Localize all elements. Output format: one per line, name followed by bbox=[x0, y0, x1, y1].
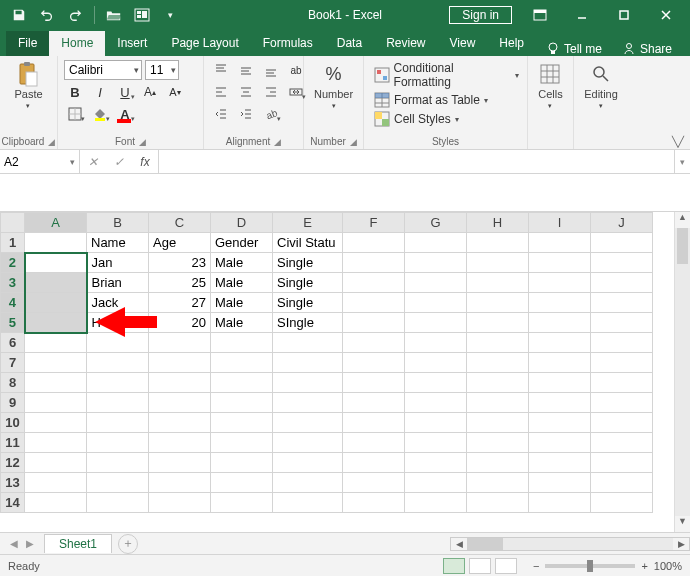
cell-G5[interactable] bbox=[405, 313, 467, 333]
cell-A6[interactable] bbox=[25, 333, 87, 353]
cell-F11[interactable] bbox=[343, 433, 405, 453]
hscroll-thumb[interactable] bbox=[467, 538, 503, 550]
scroll-down-icon[interactable]: ▼ bbox=[675, 516, 690, 532]
cell-I11[interactable] bbox=[529, 433, 591, 453]
enter-formula-icon[interactable]: ✓ bbox=[106, 155, 132, 169]
cell-E1[interactable]: Civil Statu bbox=[273, 233, 343, 253]
cell-H8[interactable] bbox=[467, 373, 529, 393]
decrease-font-icon[interactable]: A▾ bbox=[164, 82, 186, 102]
cell-D8[interactable] bbox=[211, 373, 273, 393]
cell-B7[interactable] bbox=[87, 353, 149, 373]
cell-F6[interactable] bbox=[343, 333, 405, 353]
cell-G3[interactable] bbox=[405, 273, 467, 293]
col-header-J[interactable]: J bbox=[591, 213, 653, 233]
align-middle-icon[interactable] bbox=[235, 60, 257, 80]
cell-A9[interactable] bbox=[25, 393, 87, 413]
cell-B11[interactable] bbox=[87, 433, 149, 453]
cell-H7[interactable] bbox=[467, 353, 529, 373]
cell-E2[interactable]: Single bbox=[273, 253, 343, 273]
row-header-5[interactable]: 5 bbox=[1, 313, 25, 333]
col-header-D[interactable]: D bbox=[211, 213, 273, 233]
conditional-formatting-button[interactable]: Conditional Formatting▾ bbox=[372, 60, 521, 90]
redo-icon[interactable] bbox=[64, 4, 86, 26]
preview-icon[interactable] bbox=[131, 4, 153, 26]
cell-A14[interactable] bbox=[25, 493, 87, 513]
cell-D12[interactable] bbox=[211, 453, 273, 473]
cell-F10[interactable] bbox=[343, 413, 405, 433]
fill-color-icon[interactable] bbox=[89, 104, 111, 124]
merge-center-icon[interactable] bbox=[285, 82, 307, 102]
cell-E9[interactable] bbox=[273, 393, 343, 413]
number-format-button[interactable]: % Number ▾ bbox=[310, 60, 357, 112]
cell-C1[interactable]: Age bbox=[149, 233, 211, 253]
row-header-2[interactable]: 2 bbox=[1, 253, 25, 273]
cell-A3[interactable] bbox=[25, 273, 87, 293]
cell-G12[interactable] bbox=[405, 453, 467, 473]
cell-B10[interactable] bbox=[87, 413, 149, 433]
cell-B14[interactable] bbox=[87, 493, 149, 513]
cell-E5[interactable]: SIngle bbox=[273, 313, 343, 333]
row-header-9[interactable]: 9 bbox=[1, 393, 25, 413]
name-box[interactable]: A2 bbox=[0, 150, 80, 173]
align-right-icon[interactable] bbox=[260, 82, 282, 102]
cell-E4[interactable]: Single bbox=[273, 293, 343, 313]
row-header-13[interactable]: 13 bbox=[1, 473, 25, 493]
cell-C8[interactable] bbox=[149, 373, 211, 393]
row-header-3[interactable]: 3 bbox=[1, 273, 25, 293]
cell-C9[interactable] bbox=[149, 393, 211, 413]
cell-J3[interactable] bbox=[591, 273, 653, 293]
cell-C13[interactable] bbox=[149, 473, 211, 493]
col-header-B[interactable]: B bbox=[87, 213, 149, 233]
cell-I3[interactable] bbox=[529, 273, 591, 293]
row-header-10[interactable]: 10 bbox=[1, 413, 25, 433]
cell-J7[interactable] bbox=[591, 353, 653, 373]
cell-A10[interactable] bbox=[25, 413, 87, 433]
cell-G9[interactable] bbox=[405, 393, 467, 413]
vscroll-thumb[interactable] bbox=[677, 228, 688, 264]
page-break-view-icon[interactable] bbox=[495, 558, 517, 574]
select-all-corner[interactable] bbox=[1, 213, 25, 233]
format-as-table-button[interactable]: Format as Table▾ bbox=[372, 91, 521, 109]
cell-I8[interactable] bbox=[529, 373, 591, 393]
cell-G4[interactable] bbox=[405, 293, 467, 313]
cell-J2[interactable] bbox=[591, 253, 653, 273]
fx-icon[interactable]: fx bbox=[132, 155, 158, 169]
paste-button[interactable]: Paste ▾ bbox=[10, 60, 46, 112]
open-icon[interactable] bbox=[103, 4, 125, 26]
save-icon[interactable] bbox=[8, 4, 30, 26]
cell-F4[interactable] bbox=[343, 293, 405, 313]
cell-F14[interactable] bbox=[343, 493, 405, 513]
collapse-ribbon-icon[interactable]: ╲╱ bbox=[672, 136, 684, 147]
page-layout-view-icon[interactable] bbox=[469, 558, 491, 574]
row-header-14[interactable]: 14 bbox=[1, 493, 25, 513]
maximize-icon[interactable] bbox=[604, 0, 644, 30]
align-center-icon[interactable] bbox=[235, 82, 257, 102]
cell-B12[interactable] bbox=[87, 453, 149, 473]
cell-F12[interactable] bbox=[343, 453, 405, 473]
cell-G6[interactable] bbox=[405, 333, 467, 353]
cell-J12[interactable] bbox=[591, 453, 653, 473]
cell-E6[interactable] bbox=[273, 333, 343, 353]
row-header-12[interactable]: 12 bbox=[1, 453, 25, 473]
align-bottom-icon[interactable] bbox=[260, 60, 282, 80]
cell-J6[interactable] bbox=[591, 333, 653, 353]
col-header-C[interactable]: C bbox=[149, 213, 211, 233]
cell-J9[interactable] bbox=[591, 393, 653, 413]
cell-D3[interactable]: Male bbox=[211, 273, 273, 293]
tell-me-search[interactable]: Tell me bbox=[538, 42, 610, 56]
expand-formula-icon[interactable]: ▾ bbox=[674, 150, 690, 173]
cell-styles-button[interactable]: Cell Styles▾ bbox=[372, 110, 521, 128]
cell-J11[interactable] bbox=[591, 433, 653, 453]
cell-I2[interactable] bbox=[529, 253, 591, 273]
cell-E13[interactable] bbox=[273, 473, 343, 493]
cell-I1[interactable] bbox=[529, 233, 591, 253]
cell-I6[interactable] bbox=[529, 333, 591, 353]
row-header-6[interactable]: 6 bbox=[1, 333, 25, 353]
cell-F3[interactable] bbox=[343, 273, 405, 293]
row-header-4[interactable]: 4 bbox=[1, 293, 25, 313]
cell-D14[interactable] bbox=[211, 493, 273, 513]
cell-G11[interactable] bbox=[405, 433, 467, 453]
cancel-formula-icon[interactable]: ✕ bbox=[80, 155, 106, 169]
cell-A5[interactable] bbox=[25, 313, 87, 333]
cell-A13[interactable] bbox=[25, 473, 87, 493]
